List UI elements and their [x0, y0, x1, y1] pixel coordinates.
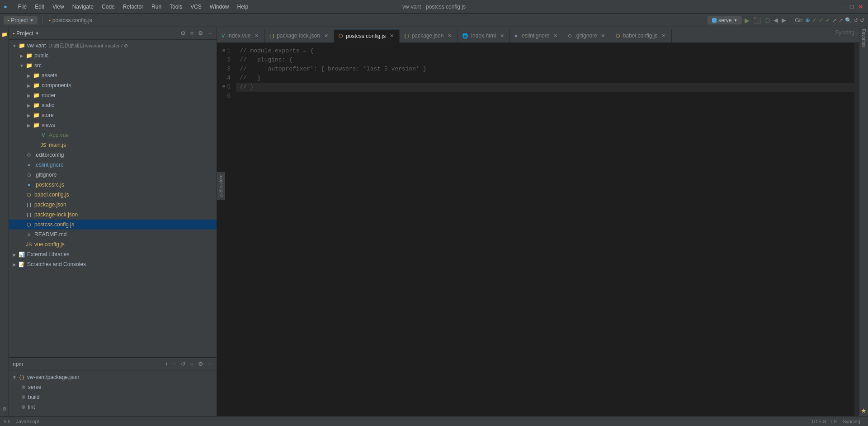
tree-public[interactable]: ▶ 📁 public [9, 51, 217, 61]
tree-readme[interactable]: ▶ ≡ README.md [9, 229, 217, 239]
git-check2: ✓ [819, 17, 824, 23]
tab-close-gitignore[interactable]: ✕ [600, 33, 606, 39]
tree-app-vue[interactable]: ▶ V App.vue [9, 130, 217, 140]
npm-expand-btn[interactable]: ≡ [189, 360, 195, 368]
npm-settings-btn[interactable]: ⚙ [197, 360, 205, 368]
menu-tools[interactable]: Tools [166, 3, 186, 11]
menu-file[interactable]: File [14, 3, 30, 11]
tree-external-libs[interactable]: ▶ 📊 External Libraries [9, 249, 217, 259]
editor-scrollbar[interactable] [854, 43, 859, 416]
run-button[interactable]: ▶ [744, 16, 750, 25]
tree-assets[interactable]: ▶ 📁 assets [9, 70, 217, 80]
npm-lint-item[interactable]: lint [9, 402, 217, 412]
npm-root-icon: { } [18, 374, 25, 381]
panel-minimize-btn[interactable]: − [207, 29, 213, 37]
project-dropdown[interactable]: ▪ Project ▼ [4, 16, 38, 24]
menu-edit[interactable]: Edit [31, 3, 48, 11]
tree-package-json[interactable]: ▶ { } package.json [9, 200, 217, 210]
scratches-label: Scratches and Consoles [27, 261, 86, 267]
tab-package-json[interactable]: { } package.json ✕ [400, 29, 458, 42]
panel-title[interactable]: ▪ Project ▼ [13, 30, 39, 37]
package-lock-label: package-lock.json [34, 211, 78, 218]
tree-scratches[interactable]: ▶ 📝 Scratches and Consoles [9, 259, 217, 269]
package-json-label: package.json [34, 201, 66, 208]
tree-package-lock[interactable]: ▶ { } package-lock.json [9, 210, 217, 220]
menu-help[interactable]: Help [234, 3, 252, 11]
npm-add-btn[interactable]: + [164, 360, 170, 368]
minimize-button[interactable]: ─ [839, 3, 846, 10]
maximize-button[interactable]: □ [848, 3, 855, 10]
tree-eslintignore[interactable]: ▶ ● .eslintignore [9, 160, 217, 170]
postcss-config-label: postcss.config.js [34, 221, 74, 228]
vue-config-icon: JS [25, 241, 33, 248]
tree-store[interactable]: ▶ 📁 store [9, 110, 217, 120]
back-button[interactable]: ◀ [773, 16, 779, 24]
tree-postcssrc[interactable]: ▶ ● .postcssrc.js [9, 180, 217, 190]
activity-project[interactable]: 📁 [0, 30, 9, 38]
tree-root[interactable]: ▼ 📁 vw-vant D:\自己趴的项目\vw-vant master / ⊘ [9, 41, 217, 51]
npm-minimize-btn[interactable]: − [207, 360, 213, 368]
menu-bar: File Edit View Navigate Code Refactor Ru… [14, 3, 252, 11]
npm-reload-btn[interactable]: ↺ [179, 360, 187, 368]
readme-label: README.md [34, 231, 66, 238]
tab-label-gitignore: .gitignore [575, 33, 597, 39]
menu-refactor[interactable]: Refactor [119, 3, 147, 11]
tab-postcss-config[interactable]: ⬡ postcss.config.js ✕ [334, 29, 400, 42]
tab-close-index-vue[interactable]: ✕ [254, 33, 260, 39]
menu-navigate[interactable]: Navigate [69, 3, 97, 11]
tree-src[interactable]: ▼ 📁 src [9, 61, 217, 70]
coverage-button[interactable]: ⬡ [764, 16, 771, 25]
breadcrumb-text: postcss.config.js [52, 17, 92, 23]
tree-babel[interactable]: ▶ ⬡ babel.config.js [9, 190, 217, 200]
serve-button[interactable]: serve ▼ [708, 16, 742, 24]
tab-close-index-html[interactable]: ✕ [499, 33, 505, 39]
npm-root-item[interactable]: ▼ { } vw-vant\package.json [9, 372, 217, 382]
forward-button[interactable]: ▶ [781, 16, 787, 24]
tab-eslintignore[interactable]: ● .eslintignore ✕ [510, 29, 563, 42]
menu-run[interactable]: Run [148, 3, 165, 11]
tab-babel-config[interactable]: ⬡ babel.config.js ✕ [611, 29, 672, 42]
ext-libs-label: External Libraries [27, 251, 69, 257]
tab-gitignore[interactable]: ⊙ .gitignore ✕ [563, 29, 611, 42]
tab-close-eslintignore[interactable]: ✕ [552, 33, 558, 39]
tree-views[interactable]: ▶ 📁 views [9, 120, 217, 130]
tab-package-lock[interactable]: { } package-lock.json ✕ [265, 29, 334, 42]
main-js-label: main.js [49, 142, 66, 148]
root-arrow: ▼ [11, 43, 18, 48]
menu-view[interactable]: View [49, 3, 68, 11]
code-editor[interactable]: // module.exports = { // plugins: { // '… [236, 43, 854, 416]
tab-close-package-lock[interactable]: ✕ [323, 33, 329, 39]
postcss-config-icon: ⬡ [25, 221, 33, 228]
app-logo: ● [4, 3, 7, 10]
activity-vcs[interactable]: ⚙ [0, 405, 9, 413]
npm-remove-btn[interactable]: − [171, 360, 178, 368]
npm-build-item[interactable]: build [9, 392, 217, 402]
npm-serve-item[interactable]: serve [9, 382, 217, 392]
tab-close-postcss[interactable]: ✕ [388, 33, 395, 39]
tree-editorconfig[interactable]: ▶ ⚙ .editorconfig [9, 150, 217, 160]
tab-close-babel[interactable]: ✕ [660, 33, 667, 39]
tab-index-vue[interactable]: V index.vue ✕ [217, 29, 265, 42]
tree-gitignore[interactable]: ▶ ⊙ .gitignore [9, 170, 217, 180]
z-structure-tab[interactable]: Z-Structure [217, 172, 225, 200]
menu-window[interactable]: Window [206, 3, 233, 11]
tree-vue-config[interactable]: ▶ JS vue.config.js [9, 239, 217, 249]
close-button[interactable]: ✕ [857, 3, 864, 10]
tab-index-html[interactable]: 🌐 index.html ✕ [458, 29, 510, 42]
favorites-label: Favorites [861, 29, 866, 47]
debug-button[interactable]: ⬛ [752, 16, 762, 25]
tree-router[interactable]: ▶ 📁 router [9, 90, 217, 100]
tree-postcss-config[interactable]: ▶ ⬡ postcss.config.js [9, 220, 217, 229]
tab-icon-package-lock: { } [269, 33, 274, 38]
star-icon[interactable]: ★ [861, 407, 867, 414]
tree-components[interactable]: ▶ 📁 components [9, 80, 217, 90]
menu-vcs[interactable]: VCS [187, 3, 205, 11]
panel-expand-btn[interactable]: ≡ [189, 29, 195, 37]
window-controls: ─ □ ✕ [839, 3, 864, 10]
panel-settings-btn[interactable]: ⚙ [179, 29, 187, 37]
tree-static[interactable]: ▶ 📁 static [9, 100, 217, 110]
tab-close-package-json[interactable]: ✕ [446, 33, 453, 39]
tree-main-js[interactable]: ▶ JS main.js [9, 140, 217, 150]
panel-gear-btn[interactable]: ⚙ [197, 29, 205, 37]
menu-code[interactable]: Code [98, 3, 118, 11]
